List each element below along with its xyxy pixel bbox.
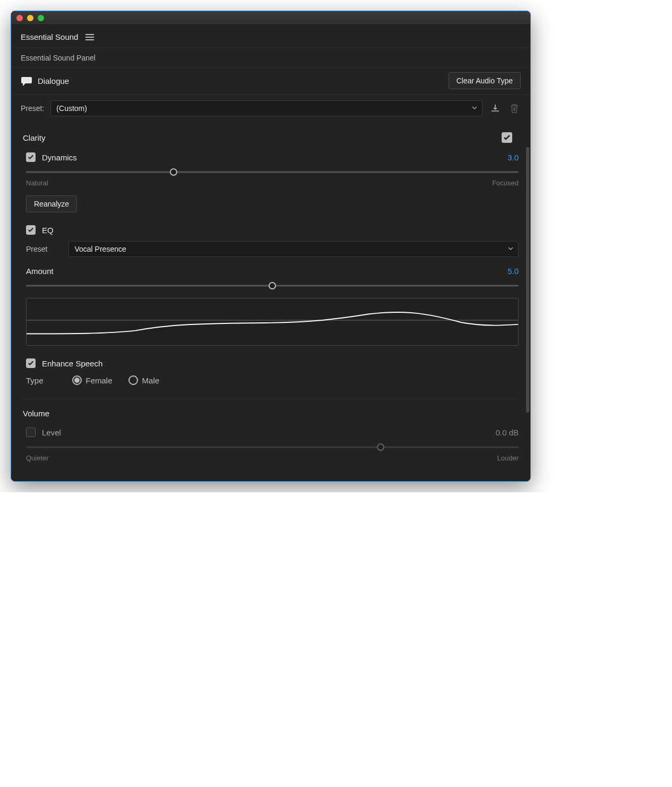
save-preset-icon[interactable]: [489, 102, 502, 115]
dynamics-checkbox[interactable]: [26, 152, 36, 162]
level-label: Level: [42, 428, 496, 437]
radio-male[interactable]: Male: [128, 375, 160, 385]
radio-male-label: Male: [142, 376, 160, 385]
section-volume: Volume Level 0.0 dB Quieter: [11, 399, 530, 481]
volume-title: Volume: [23, 409, 49, 418]
eq-amount-value[interactable]: 5.0: [507, 267, 519, 276]
eq-curve-graph[interactable]: [26, 298, 519, 346]
panel-menu-icon[interactable]: [85, 34, 94, 40]
dynamics-slider[interactable]: [26, 167, 519, 177]
dynamics-block: Dynamics 3.0 Natural Focused Reanalyze: [23, 152, 519, 212]
dynamics-left-label: Natural: [26, 179, 48, 187]
chevron-down-icon: [471, 104, 478, 113]
level-checkbox[interactable]: [26, 427, 36, 437]
section-clarity: Clarity Dynamics 3.0: [11, 123, 530, 399]
window-titlebar: [11, 11, 530, 25]
audio-type-label: Dialogue: [38, 76, 443, 85]
preset-row: Preset: (Custom): [11, 95, 530, 123]
level-left-label: Quieter: [26, 454, 49, 462]
eq-amount-slider[interactable]: [26, 281, 519, 290]
minimize-window-button[interactable]: [27, 15, 33, 21]
clarity-title: Clarity: [23, 133, 46, 142]
zoom-window-button[interactable]: [38, 15, 44, 21]
panel-subheader: Essential Sound Panel: [11, 48, 530, 67]
eq-preset-value: Vocal Presence: [74, 245, 126, 253]
audio-type-row: Dialogue Clear Audio Type: [11, 67, 530, 95]
enhance-type-label: Type: [26, 376, 44, 385]
radio-female-label: Female: [86, 376, 113, 385]
close-window-button[interactable]: [16, 15, 23, 21]
level-slider[interactable]: [26, 442, 519, 452]
scrollbar[interactable]: [526, 147, 529, 413]
essential-sound-window: Essential Sound Essential Sound Panel Di…: [11, 11, 531, 482]
enhance-speech-block: Enhance Speech Type Female Male: [23, 358, 519, 385]
preset-value: (Custom): [56, 104, 87, 113]
enhance-speech-label: Enhance Speech: [42, 359, 519, 368]
tab-essential-sound[interactable]: Essential Sound: [21, 32, 78, 41]
reanalyze-button[interactable]: Reanalyze: [26, 195, 77, 212]
eq-label: EQ: [42, 226, 519, 235]
eq-block: EQ Preset Vocal Presence Amount 5.0: [23, 225, 519, 346]
panel-tabbar: Essential Sound: [11, 25, 530, 48]
dynamics-right-label: Focused: [492, 179, 519, 187]
clear-audio-type-button[interactable]: Clear Audio Type: [449, 72, 521, 89]
radio-female[interactable]: Female: [72, 375, 113, 385]
eq-checkbox[interactable]: [26, 225, 36, 235]
preset-select[interactable]: (Custom): [50, 100, 483, 116]
level-value[interactable]: 0.0 dB: [496, 428, 519, 437]
clarity-toggle-checkbox[interactable]: [502, 132, 512, 143]
delete-preset-icon: [508, 102, 521, 115]
level-right-label: Louder: [497, 454, 519, 462]
speech-bubble-icon: [21, 76, 32, 85]
preset-label: Preset:: [21, 104, 44, 113]
enhance-speech-checkbox[interactable]: [26, 358, 36, 368]
eq-preset-label: Preset: [26, 245, 47, 253]
panel-content: Essential Sound Essential Sound Panel Di…: [11, 25, 530, 481]
dynamics-label: Dynamics: [42, 153, 507, 162]
dynamics-value[interactable]: 3.0: [507, 153, 519, 162]
eq-amount-label: Amount: [26, 267, 507, 276]
eq-preset-select[interactable]: Vocal Presence: [68, 241, 519, 257]
chevron-down-icon: [507, 245, 514, 253]
